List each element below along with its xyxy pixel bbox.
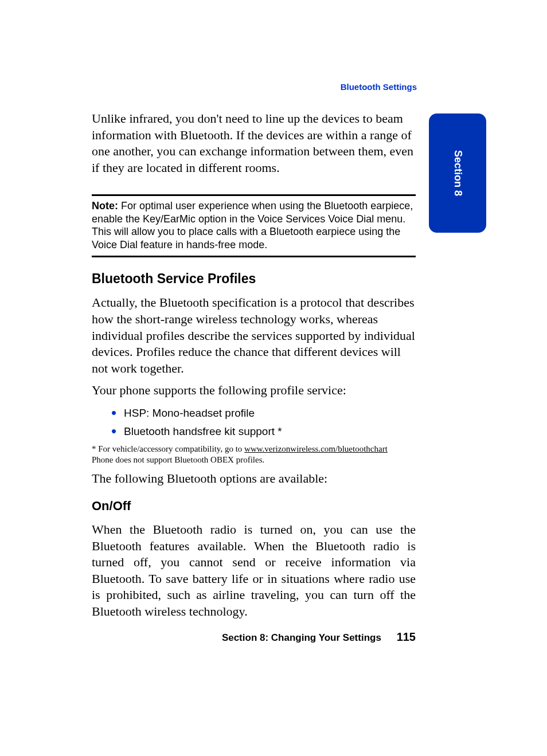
- options-intro: The following Bluetooth options are avai…: [92, 471, 416, 487]
- profiles-paragraph-2: Your phone supports the following profil…: [92, 382, 416, 399]
- note-label: Note:: [92, 200, 118, 211]
- footnote-line2: Phone does not support Bluetooth OBEX pr…: [92, 455, 264, 464]
- list-item: Bluetooth handsfree kit support *: [111, 425, 416, 438]
- footer-section: Section 8: Changing Your Settings: [222, 632, 381, 643]
- page-content: Bluetooth Settings Unlike infrared, you …: [92, 83, 416, 620]
- note-box: Note: For optimal user experience when u…: [92, 194, 416, 257]
- footnote-link[interactable]: www.verizonwireless.com/bluetoothchart: [244, 444, 388, 453]
- profiles-paragraph-1: Actually, the Bluetooth specification is…: [92, 295, 416, 377]
- list-item: HSP: Mono-headset profile: [111, 407, 416, 420]
- page-footer: Section 8: Changing Your Settings 115: [92, 630, 416, 644]
- section-tab: Section 8: [429, 113, 486, 233]
- section-tab-label: Section 8: [452, 150, 464, 196]
- profile-list: HSP: Mono-headset profile Bluetooth hand…: [111, 407, 416, 438]
- heading-onoff: On/Off: [92, 499, 416, 514]
- footer-page-number: 115: [397, 630, 416, 644]
- heading-profiles: Bluetooth Service Profiles: [92, 271, 416, 287]
- note-text: For optimal user experience when using t…: [92, 200, 413, 250]
- header-section-link[interactable]: Bluetooth Settings: [341, 82, 417, 92]
- onoff-paragraph: When the Bluetooth radio is turned on, y…: [92, 522, 416, 620]
- footnote: * For vehicle/accessory compatibility, g…: [92, 444, 416, 465]
- footnote-prefix: * For vehicle/accessory compatibility, g…: [92, 444, 244, 453]
- intro-paragraph: Unlike infrared, you don't need to line …: [92, 111, 416, 176]
